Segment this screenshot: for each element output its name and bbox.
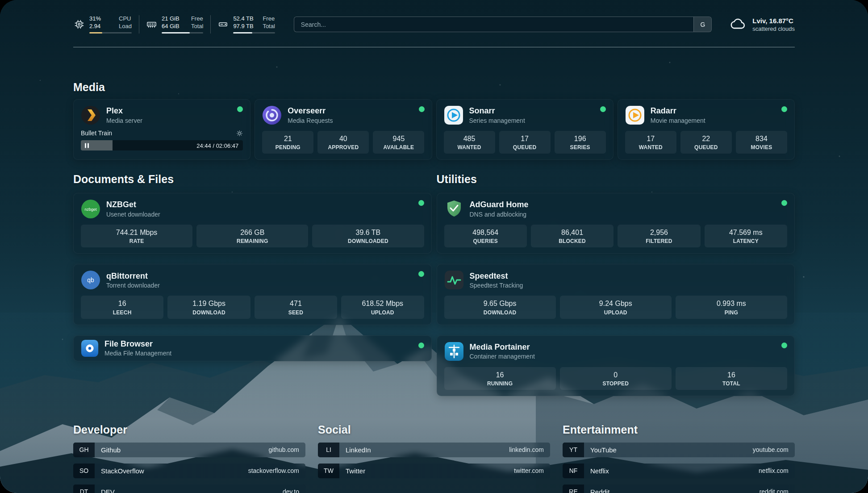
stat-pending: 21 PENDING bbox=[262, 131, 313, 154]
bookmark-youtube[interactable]: YT YouTube youtube.com bbox=[563, 443, 795, 457]
memory-total-label: Total bbox=[191, 23, 203, 30]
app-name: Plex bbox=[106, 106, 142, 116]
bookmark-url: dev.to bbox=[283, 485, 305, 493]
playback-progress-bar: 24:44 / 02:06:47 bbox=[81, 140, 243, 150]
stat-upload: 9.24 Gbps UPLOAD bbox=[560, 296, 672, 318]
app-card-speedtest[interactable]: Speedtest Speedtest Tracking 9.65 Gbps D… bbox=[437, 264, 795, 325]
app-card-qbittorrent[interactable]: qb qBittorrent Torrent downloader 16 bbox=[73, 264, 432, 325]
stat-remaining: 266 GB REMAINING bbox=[196, 225, 308, 247]
app-subtitle: Speedtest Tracking bbox=[470, 282, 523, 289]
stat-value: 47.569 ms bbox=[706, 228, 785, 237]
bookmark-url: twitter.com bbox=[514, 464, 550, 478]
bookmark-name: LinkedIn bbox=[339, 443, 509, 457]
qbittorrent-icon: qb bbox=[81, 270, 100, 290]
stat-wanted: 17 WANTED bbox=[625, 131, 676, 154]
status-dot bbox=[418, 271, 424, 277]
stat-label: PENDING bbox=[264, 144, 312, 150]
bookmark-name: YouTube bbox=[584, 443, 753, 457]
app-name: Media Portainer bbox=[470, 343, 535, 352]
stats-row: 16 LEECH 1.19 Gbps DOWNLOAD 471 SEED bbox=[81, 296, 424, 318]
stat-value: 16 bbox=[83, 299, 162, 308]
search-engine-button[interactable]: G bbox=[693, 17, 711, 32]
stat-value: 17 bbox=[627, 134, 675, 143]
app-name: qBittorrent bbox=[106, 272, 160, 281]
stat-value: 266 GB bbox=[198, 228, 306, 237]
stat-value: 40 bbox=[319, 134, 367, 143]
bookmark-abbr: NF bbox=[563, 464, 584, 478]
bookmark-twitter[interactable]: TW Twitter twitter.com bbox=[318, 464, 550, 478]
stat-value: 2,956 bbox=[619, 228, 698, 237]
disk-free-label: Free bbox=[263, 15, 275, 22]
bookmark-reddit[interactable]: RE Reddit reddit.com bbox=[563, 485, 795, 493]
stat-label: QUERIES bbox=[446, 238, 525, 244]
stat-label: APPROVED bbox=[319, 144, 367, 150]
app-subtitle: Container management bbox=[470, 353, 535, 360]
stat-movies: 834 MOVIES bbox=[736, 131, 787, 154]
cpu-widget: 31% CPU 2.94 Load bbox=[73, 15, 139, 33]
app-subtitle: Media File Management bbox=[104, 350, 171, 357]
app-card-radarr[interactable]: Radarr Movie management 17 WANTED 22 QUE… bbox=[618, 99, 795, 160]
stat-label: UPLOAD bbox=[562, 309, 670, 316]
section-title-documents: Documents & Files bbox=[73, 172, 432, 186]
app-subtitle: Torrent downloader bbox=[106, 282, 160, 289]
stat-queries: 498,564 QUERIES bbox=[444, 225, 527, 247]
memory-usage-bar bbox=[162, 32, 203, 33]
cpu-percent: 31% bbox=[89, 15, 112, 22]
stat-rate: 744.21 Mbps RATE bbox=[81, 225, 192, 247]
bookmark-github[interactable]: GH Github github.com bbox=[73, 443, 305, 457]
stat-value: 618.52 Mbps bbox=[343, 299, 422, 308]
portainer-icon bbox=[444, 342, 464, 361]
bookmark-abbr: SO bbox=[73, 464, 95, 478]
cpu-load-value: 2.94 bbox=[89, 23, 112, 30]
bookmark-name: StackOverflow bbox=[95, 464, 248, 478]
app-card-adguard[interactable]: AdGuard Home DNS and adblocking 498,564 … bbox=[437, 193, 795, 254]
app-card-portainer[interactable]: Media Portainer Container management 16 … bbox=[437, 335, 795, 396]
svg-text:nzbget: nzbget bbox=[84, 207, 97, 212]
status-dot bbox=[781, 343, 787, 348]
cpu-load-label: Load bbox=[119, 23, 132, 30]
social-bookmarks: LI LinkedIn linkedin.com TW Twitter twit… bbox=[318, 443, 550, 478]
bookmark-url: netflix.com bbox=[759, 464, 795, 478]
settings-gear-icon[interactable] bbox=[236, 130, 243, 137]
app-card-plex[interactable]: Plex Media server Bullet Train bbox=[73, 99, 250, 160]
stat-label: AVAILABLE bbox=[375, 144, 422, 150]
nzbget-icon: nzbget bbox=[81, 199, 100, 219]
bookmark-url: github.com bbox=[269, 443, 305, 457]
stat-label: BLOCKED bbox=[533, 238, 612, 244]
app-card-overseerr[interactable]: Overseerr Media Requests 21 PENDING 40 A… bbox=[255, 99, 432, 160]
stat-series: 196 SERIES bbox=[555, 131, 606, 154]
bookmark-abbr: DT bbox=[73, 485, 95, 493]
stat-label: SEED bbox=[256, 309, 335, 316]
plex-icon bbox=[81, 105, 100, 125]
speedtest-icon bbox=[444, 270, 464, 290]
app-card-filebrowser[interactable]: File Browser Media File Management bbox=[73, 335, 432, 361]
stat-upload: 618.52 Mbps UPLOAD bbox=[341, 296, 424, 318]
overseerr-icon bbox=[262, 105, 282, 125]
stats-row: 9.65 Gbps DOWNLOAD 9.24 Gbps UPLOAD 0.99… bbox=[444, 296, 788, 318]
stat-download: 9.65 Gbps DOWNLOAD bbox=[444, 296, 556, 318]
bookmark-dev[interactable]: DT DEV dev.to bbox=[73, 485, 305, 493]
stat-download: 1.19 Gbps DOWNLOAD bbox=[167, 296, 250, 318]
stat-value: 16 bbox=[677, 371, 785, 379]
app-subtitle: DNS and adblocking bbox=[470, 211, 529, 218]
stat-stopped: 0 STOPPED bbox=[560, 367, 672, 390]
section-developer: Developer GH Github github.com SO StackO… bbox=[73, 423, 305, 493]
weather-text: Lviv, 16.87°C scattered clouds bbox=[752, 17, 795, 32]
search-input[interactable] bbox=[294, 17, 693, 32]
app-card-nzbget[interactable]: nzbget NZBGet Usenet downloader 744.21 M… bbox=[73, 193, 432, 254]
stat-value: 9.65 Gbps bbox=[446, 299, 554, 308]
weather-widget: Lviv, 16.87°C scattered clouds bbox=[730, 17, 795, 32]
bookmark-stackoverflow[interactable]: SO StackOverflow stackoverflow.com bbox=[73, 464, 305, 478]
memory-readout: 21 GiB Free 64 GiB Total bbox=[162, 15, 203, 33]
bookmark-netflix[interactable]: NF Netflix netflix.com bbox=[563, 464, 795, 478]
bookmark-linkedin[interactable]: LI LinkedIn linkedin.com bbox=[318, 443, 550, 457]
app-card-sonarr[interactable]: Sonarr Series management 485 WANTED 17 Q… bbox=[436, 99, 613, 160]
app-subtitle: Media Requests bbox=[288, 117, 333, 124]
bookmark-abbr: TW bbox=[318, 464, 339, 478]
section-documents: Documents & Files nzbget bbox=[73, 172, 432, 396]
dashboard-screen: 31% CPU 2.94 Load bbox=[0, 0, 868, 493]
app-subtitle: Usenet downloader bbox=[106, 211, 160, 218]
stat-label: WANTED bbox=[627, 144, 675, 150]
disk-usage-fill bbox=[233, 32, 252, 33]
top-bar: 31% CPU 2.94 Load bbox=[73, 15, 795, 33]
